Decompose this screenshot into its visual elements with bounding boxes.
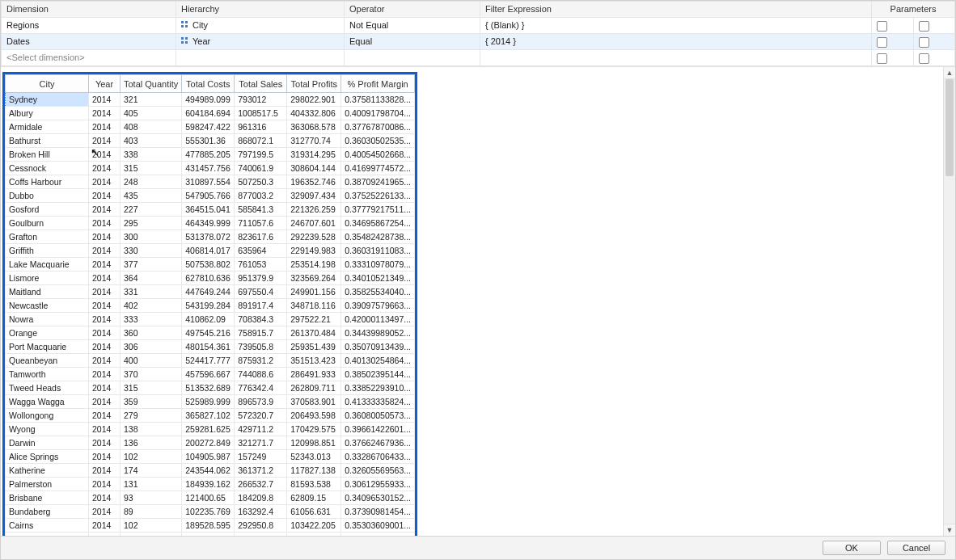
header-operator[interactable]: Operator — [345, 2, 480, 18]
table-row[interactable]: Palmerston2014131184939.162266532.781593… — [6, 478, 415, 491]
cell-year[interactable]: 2014 — [89, 203, 121, 217]
cell-city[interactable]: Gosford — [6, 203, 89, 217]
cell-margin[interactable]: 0.40054502668... — [341, 148, 415, 162]
cell-sales[interactable]: 797199.5 — [235, 148, 287, 162]
cell-year[interactable]: 2014 — [89, 299, 121, 313]
scroll-thumb[interactable] — [945, 79, 954, 176]
header-dimension[interactable]: Dimension — [2, 2, 176, 18]
col-cost[interactable]: Total Costs — [182, 75, 235, 93]
cell-cost[interactable]: 513532.689 — [182, 381, 235, 395]
cell-qty[interactable]: 315 — [121, 162, 182, 175]
cell-sales[interactable]: 793012 — [235, 93, 287, 107]
cell-year[interactable]: 2014 — [89, 519, 121, 533]
table-row[interactable]: Katherine2014174243544.062361371.2117827… — [6, 464, 415, 478]
cell-cost[interactable]: 604184.694 — [182, 107, 235, 120]
cell-sales[interactable]: 961316 — [235, 120, 287, 134]
cell-qty[interactable]: 405 — [121, 107, 182, 120]
cell-sales[interactable]: 758915.7 — [235, 326, 287, 340]
table-row[interactable]: Lismore2014364627810.636951379.9323569.2… — [6, 272, 415, 285]
cell-sales[interactable]: 1008517.5 — [235, 107, 287, 120]
cell-city[interactable]: Lismore — [6, 272, 89, 285]
cell-cost[interactable]: 555301.36 — [182, 134, 235, 148]
table-row[interactable]: Goulburn2014295464349.999711057.6246707.… — [6, 217, 415, 230]
cell-sales[interactable]: 572320.7 — [235, 409, 287, 423]
cell-profit[interactable]: 253514.198 — [287, 258, 341, 272]
cell-city[interactable]: Griffith — [6, 244, 89, 258]
filter-row[interactable]: Regions City Not Equal { (Blank) } — [2, 18, 955, 34]
cell-cost[interactable]: 627810.636 — [182, 272, 235, 285]
cell-cost[interactable]: 410862.09 — [182, 313, 235, 326]
cell-city[interactable]: Cairns — [6, 519, 89, 533]
cell-year[interactable]: 2014 — [89, 258, 121, 272]
cell-qty[interactable]: 331 — [121, 285, 182, 299]
cell-city[interactable]: Brisbane — [6, 491, 89, 505]
cell-margin[interactable]: 0.38502395144... — [341, 368, 415, 381]
table-row[interactable]: Lake Macquarie2014377507538.802761053253… — [6, 258, 415, 272]
table-row[interactable]: Wollongong2014279365827.102572320.720649… — [6, 409, 415, 423]
col-margin[interactable]: % Profit Margin — [341, 75, 415, 93]
cell-cost[interactable]: 598247.422 — [182, 120, 235, 134]
cell-sales[interactable]: 739505.8 — [235, 340, 287, 354]
cell-margin[interactable]: 0.30612955933... — [341, 478, 415, 491]
cell-sales[interactable]: 585841.3 — [235, 203, 287, 217]
scroll-down-arrow[interactable]: ▼ — [944, 524, 955, 536]
cell-sales[interactable]: 744088.6 — [235, 368, 287, 381]
cell-profit[interactable]: 348718.116 — [287, 299, 341, 313]
cell-sales[interactable]: 184209.8 — [235, 491, 287, 505]
table-row[interactable]: Grafton2014300531378.072823617.6292239.5… — [6, 230, 415, 244]
ok-button[interactable]: OK — [823, 541, 881, 555]
cell-cost[interactable]: 464349.999 — [182, 217, 235, 230]
cell-sales[interactable]: 163292.4 — [235, 505, 287, 519]
cell-year[interactable]: 2014 — [89, 272, 121, 285]
cell-year[interactable]: 2014 — [89, 326, 121, 340]
table-row[interactable]: Wyong2014138259281.625429711.2170429.575… — [6, 423, 415, 436]
filter-hierarchy-cell[interactable]: Year — [176, 34, 345, 50]
cell-qty[interactable]: 400 — [121, 354, 182, 368]
cell-margin[interactable]: 0.37767870086... — [341, 120, 415, 134]
cell-qty[interactable]: 435 — [121, 189, 182, 203]
cell-margin[interactable]: 0.36030502535... — [341, 134, 415, 148]
cell-cost[interactable]: 543199.284 — [182, 299, 235, 313]
cell-profit[interactable]: 246707.601 — [287, 217, 341, 230]
filter-hierarchy-cell[interactable]: City — [176, 18, 345, 34]
cell-city[interactable]: Sydney — [6, 93, 89, 107]
cell-year[interactable]: 2014 — [89, 244, 121, 258]
cell-qty[interactable]: 174 — [121, 464, 182, 478]
cell-city[interactable]: Bundaberg — [6, 505, 89, 519]
cell-cost[interactable]: 184939.162 — [182, 478, 235, 491]
cell-sales[interactable]: 708384.3 — [235, 313, 287, 326]
cell-city[interactable]: Alice Springs — [6, 450, 89, 464]
cell-margin[interactable]: 0.39097579663... — [341, 299, 415, 313]
table-row[interactable]: Port Macquarie2014306480154.361739505.82… — [6, 340, 415, 354]
cell-qty[interactable]: 403 — [121, 134, 182, 148]
table-row[interactable]: Cessnock2014315431457.756740061.9308604.… — [6, 162, 415, 175]
cell-profit[interactable]: 52343.013 — [287, 450, 341, 464]
cell-city[interactable]: Palmerston — [6, 478, 89, 491]
cell-profit[interactable]: 259351.439 — [287, 340, 341, 354]
cell-qty[interactable]: 364 — [121, 272, 182, 285]
cell-qty[interactable]: 330 — [121, 244, 182, 258]
cell-sales[interactable]: 868072.1 — [235, 134, 287, 148]
cell-year[interactable]: 2014 — [89, 491, 121, 505]
cell-profit[interactable]: 103422.205 — [287, 519, 341, 533]
table-row[interactable]: Nowra2014333410862.09708384.3297522.210.… — [6, 313, 415, 326]
select-dimension-cell[interactable]: <Select dimension> — [2, 50, 176, 66]
cell-margin[interactable]: 0.35825534040... — [341, 285, 415, 299]
cell-sales[interactable]: 951379.9 — [235, 272, 287, 285]
cell-city[interactable]: Wollongong — [6, 409, 89, 423]
cell-cost[interactable]: 121400.65 — [182, 491, 235, 505]
cell-cost[interactable]: 547905.766 — [182, 189, 235, 203]
cell-qty[interactable]: 402 — [121, 299, 182, 313]
cell-year[interactable]: 2014 — [89, 313, 121, 326]
cell-margin[interactable]: 0.35482428738... — [341, 230, 415, 244]
table-row[interactable]: Newcastle2014402543199.284891917.4348718… — [6, 299, 415, 313]
cell-margin[interactable]: 0.36084242964... — [341, 533, 415, 537]
cell-sales[interactable]: 896573.9 — [235, 395, 287, 409]
cell-qty[interactable]: 93 — [121, 491, 182, 505]
cell-city[interactable]: Darwin — [6, 436, 89, 450]
cell-margin[interactable]: 0.40130254864... — [341, 354, 415, 368]
cell-profit[interactable]: 297522.21 — [287, 313, 341, 326]
cell-profit[interactable]: 404332.806 — [287, 107, 341, 120]
cell-qty[interactable]: 131 — [121, 478, 182, 491]
cell-profit[interactable]: 81593.538 — [287, 478, 341, 491]
